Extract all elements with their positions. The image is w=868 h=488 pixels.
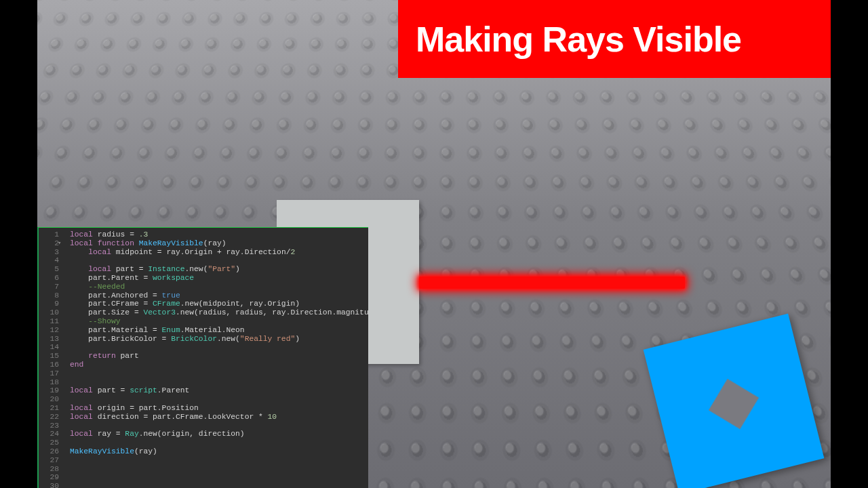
code-line[interactable]: local function MakeRayVisible(ray) [70, 239, 368, 248]
code-line[interactable] [70, 439, 368, 447]
line-number: 3 [39, 248, 59, 257]
line-number: 23 [39, 422, 59, 430]
code-line[interactable]: --Showy [70, 317, 368, 326]
code-area[interactable]: local radius = .3local function MakeRayV… [63, 228, 368, 488]
line-number: 12 [39, 326, 59, 335]
code-line[interactable]: local ray = Ray.new(origin, direction) [70, 430, 368, 439]
line-number: 6 [39, 274, 59, 283]
line-number-gutter: 1234567891011121314151617181920212223242… [39, 228, 63, 488]
line-number: 28 [39, 465, 59, 474]
script-editor[interactable]: ▾ 12345678910111213141516171819202122232… [37, 227, 368, 488]
code-line[interactable]: local part = script.Parent [70, 386, 368, 395]
line-number: 1 [39, 230, 59, 239]
code-line[interactable]: part.Parent = workspace [70, 274, 368, 283]
code-line[interactable] [70, 378, 368, 387]
code-line[interactable]: part.BrickColor = BrickColor.new("Really… [70, 335, 368, 344]
line-number: 14 [39, 343, 59, 352]
logo-cutout [709, 379, 759, 429]
line-number: 27 [39, 456, 59, 465]
code-line[interactable]: --Needed [70, 283, 368, 291]
code-line[interactable] [70, 395, 368, 404]
line-number: 5 [39, 265, 59, 274]
line-number: 9 [39, 300, 59, 308]
letterbox-left [0, 0, 37, 488]
line-number: 2 [39, 239, 59, 248]
letterbox-right [831, 0, 868, 488]
code-line[interactable] [70, 343, 368, 352]
code-line[interactable] [70, 456, 368, 465]
line-number: 15 [39, 352, 59, 361]
line-number: 25 [39, 439, 59, 447]
code-line[interactable]: local part = Instance.new("Part") [70, 265, 368, 274]
code-line[interactable] [70, 473, 368, 482]
code-line[interactable]: local direction = part.CFrame.LookVector… [70, 413, 368, 422]
code-line[interactable] [70, 256, 368, 265]
code-line[interactable]: local origin = part.Position [70, 404, 368, 413]
line-number: 24 [39, 430, 59, 439]
line-number: 17 [39, 369, 59, 378]
line-number: 13 [39, 335, 59, 344]
line-number: 30 [39, 482, 59, 488]
line-number: 22 [39, 413, 59, 422]
line-number: 4 [39, 256, 59, 265]
code-line[interactable] [70, 422, 368, 430]
code-line[interactable] [70, 482, 368, 488]
line-number: 19 [39, 386, 59, 395]
line-number: 18 [39, 378, 59, 387]
code-line[interactable] [70, 369, 368, 378]
line-number: 7 [39, 283, 59, 291]
ray-beam [419, 277, 685, 289]
line-number: 11 [39, 317, 59, 326]
line-number: 21 [39, 404, 59, 413]
line-number: 26 [39, 447, 59, 456]
line-number: 16 [39, 361, 59, 369]
code-line[interactable]: part.Material = Enum.Material.Neon [70, 326, 368, 335]
code-line[interactable]: end [70, 361, 368, 369]
code-line[interactable]: part.Size = Vector3.new(radius, radius, … [70, 308, 368, 317]
title-text: Making Rays Visible [416, 19, 741, 60]
code-line[interactable]: MakeRayVisible(ray) [70, 447, 368, 456]
fold-chevron-icon[interactable]: ▾ [58, 239, 61, 248]
code-line[interactable]: local radius = .3 [70, 230, 368, 239]
code-line[interactable] [70, 465, 368, 474]
code-line[interactable]: part.CFrame = CFrame.new(midpoint, ray.O… [70, 300, 368, 308]
title-banner: Making Rays Visible [398, 0, 831, 78]
code-line[interactable]: return part [70, 352, 368, 361]
line-number: 20 [39, 395, 59, 404]
line-number: 29 [39, 473, 59, 482]
code-line[interactable]: local midpoint = ray.Origin + ray.Direct… [70, 248, 368, 257]
line-number: 8 [39, 291, 59, 300]
line-number: 10 [39, 308, 59, 317]
code-line[interactable]: part.Anchored = true [70, 291, 368, 300]
